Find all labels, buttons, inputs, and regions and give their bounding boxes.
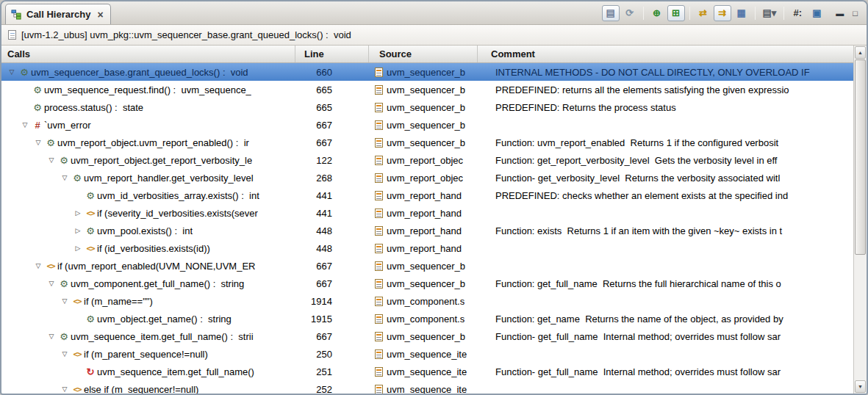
table-row[interactable]: ▽⚙uvm_report_handler.get_verbosity_level… [1,169,853,186]
sv-file-icon [375,349,383,359]
expand-arrow-icon[interactable]: ▷ [72,209,84,217]
table-row[interactable]: ▷<>if (severity_id_verbosities.exists(se… [1,204,853,222]
column-header-calls[interactable]: Calls [1,46,295,62]
table-row[interactable]: ⚙uvm_id_verbosities_array.exists() : int… [1,186,853,204]
calls-cell: ▽⚙uvm_sequence_item.get_full_name() : st… [1,327,295,345]
source-cell: uvm_report_objec [369,151,478,169]
indent-spacer [6,160,46,161]
comment-cell [478,116,853,134]
show-callers-button[interactable]: ⇄ [695,5,712,21]
column-header-line[interactable]: Line [295,46,369,62]
comment-cell [478,380,853,394]
pin-view-button[interactable]: ▤ [602,5,620,21]
call-label: if (m_parent_sequence!=null) [84,349,208,360]
show-as-table-button[interactable]: ▦ [733,5,750,21]
expand-with-callees-button[interactable]: ⊞ [667,5,685,21]
table-row[interactable]: ↻uvm_sequence_item.get_full_name()251uvm… [1,363,853,380]
method-icon: ⚙ [57,331,71,342]
call-label: uvm_id_verbosities_array.exists() : int [97,190,259,201]
source-file-name: uvm_component.s [387,314,465,325]
code-icon: <> [84,209,97,218]
collapse-arrow-icon[interactable]: ▽ [32,262,44,269]
source-cell: uvm_report_hand [369,204,478,222]
table-row[interactable]: ▽⚙uvm_report_object.uvm_report_enabled()… [1,134,853,151]
collapse-arrow-icon[interactable]: ▽ [46,333,57,340]
calls-cell: ▽⚙uvm_report_handler.get_verbosity_level [1,169,295,186]
macro-icon: # [31,120,44,131]
minimize-button[interactable]: ▬ [836,9,844,18]
refresh-button[interactable]: ⟳ [621,5,639,21]
table-row[interactable]: ▽⚙uvm_sequencer_base.grant_queued_locks(… [1,63,853,81]
collapse-arrow-icon[interactable]: ▽ [59,297,71,305]
comment-cell: PREDEFINED: Returns the process status [478,98,853,116]
hierarchy-root-header: [uvm-1.2_ubus] uvm_pkg::uvm_sequencer_ba… [1,25,867,46]
source-cell: uvm_report_hand [369,186,478,204]
table-row[interactable]: ▷⚙uvm_pool.exists() : int448uvm_report_h… [1,222,853,239]
maximize-button[interactable]: □ [853,9,858,18]
vertical-scrollbar[interactable]: ▲ ▼ [853,46,867,394]
call-label: uvm_component.get_full_name() : string [71,278,244,289]
line-number: 667 [295,116,369,134]
toolbar-separator [755,7,756,20]
expand-arrow-icon[interactable]: ▷ [72,244,84,252]
collapse-arrow-icon[interactable]: ▽ [6,68,18,76]
table-row[interactable]: ▽<>if (uvm_report_enabled(UVM_NONE,UVM_E… [1,257,853,275]
scroll-down-icon[interactable]: ▼ [855,380,866,393]
calls-cell: ▷<>if (severity_id_verbosities.exists(se… [1,204,295,222]
method-icon: ⚙ [57,278,71,289]
tab-close-icon[interactable]: × [97,10,103,20]
toolbar-separator [689,7,690,20]
sv-file-icon [375,244,383,253]
expand-with-callers-button[interactable]: ⊕ [648,5,666,21]
table-row[interactable]: ⚙uvm_sequence_request.find() : uvm_seque… [1,81,853,98]
sv-file-icon [375,191,383,200]
table-row[interactable]: ▽<>if (m_name=="")1914uvm_component.s [1,292,853,310]
sv-file-icon [375,209,383,218]
collapse-arrow-icon[interactable]: ▽ [32,139,44,146]
table-row[interactable]: ▽⚙uvm_report_object.get_report_verbosity… [1,151,853,169]
source-cell: uvm_sequencer_b [369,134,478,151]
open-new-view-button[interactable]: ▣ [808,5,825,21]
source-file-name: uvm_report_hand [387,243,462,254]
line-number: 660 [295,63,369,81]
table-row[interactable]: ▷<>if (id_verbosities.exists(id))448uvm_… [1,239,853,257]
call-label: uvm_sequence_item.get_full_name() [97,366,254,377]
collapse-arrow-icon[interactable]: ▽ [59,174,71,181]
table-row[interactable]: ▽<>if (m_parent_sequence!=null)250uvm_se… [1,345,853,363]
scrollbar-thumb[interactable] [855,59,866,255]
expand-arrow-icon[interactable]: ▷ [72,227,84,234]
tab-call-hierarchy[interactable]: Call Hierarchy × [5,4,111,24]
show-callees-button[interactable]: ⇉ [714,5,731,21]
source-file-name: uvm_sequencer_b [387,137,465,148]
sv-file-icon [375,103,383,112]
collapse-arrow-icon[interactable]: ▽ [19,121,31,128]
source-cell: uvm_sequencer_b [369,275,478,292]
table-row[interactable]: ▽⚙uvm_sequence_item.get_full_name() : st… [1,327,853,345]
table-row[interactable]: ⚙uvm_object.get_name() : string1915uvm_c… [1,310,853,327]
view-menu-button[interactable]: ▤▾ [760,5,780,21]
indent-spacer [6,90,19,90]
table-row[interactable]: ▽<>else if (m_sequencer!=null)252uvm_seq… [1,380,853,394]
table-row[interactable]: ⚙process.status() : state665uvm_sequence… [1,98,853,116]
table-row[interactable]: ▽#`uvm_error667uvm_sequencer_b [1,116,853,134]
scroll-up-icon[interactable]: ▲ [855,46,866,59]
collapse-arrow-icon[interactable]: ▽ [59,350,71,358]
comment-cell: Function: uvm_report_enabled Returns 1 i… [478,134,853,151]
collapse-arrow-icon[interactable]: ▽ [59,385,71,393]
source-cell: uvm_report_hand [369,239,478,257]
line-number: 665 [295,81,369,98]
collapse-arrow-icon[interactable]: ▽ [46,156,57,164]
line-number: 667 [295,327,369,345]
source-file-name: uvm_sequencer_b [387,261,465,272]
recursion-icon: ↻ [84,366,97,377]
scrollbar-track[interactable] [854,255,867,380]
column-header-source[interactable]: Source [369,46,478,62]
qualified-names-button[interactable]: #: [789,5,806,21]
indent-spacer [6,283,46,284]
column-header-comment[interactable]: Comment [478,46,853,62]
table-row[interactable]: ▽⚙uvm_component.get_full_name() : string… [1,275,853,292]
sv-file-icon [375,226,383,236]
collapse-arrow-icon[interactable]: ▽ [46,280,57,287]
source-cell: uvm_sequencer_b [369,63,478,81]
column-header-row: Calls Line Source Comment [1,46,853,63]
